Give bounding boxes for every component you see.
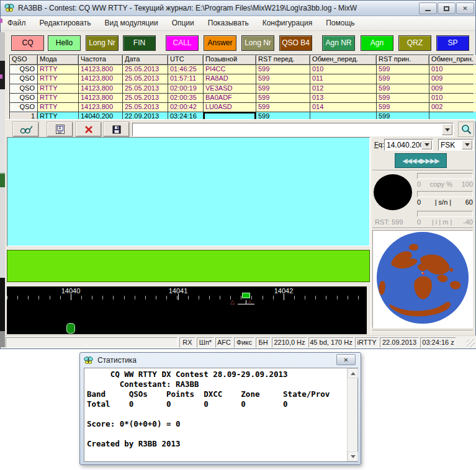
- macro-button-long-nr[interactable]: Long Nr: [86, 35, 119, 51]
- column-header[interactable]: Обмен_перед.: [310, 55, 376, 64]
- cell-freq[interactable]: 14123,800: [79, 103, 122, 112]
- cell-mode[interactable]: RTTY: [38, 94, 78, 102]
- row-header[interactable]: QSO: [10, 74, 37, 83]
- cell-date[interactable]: 25.05.2013: [123, 74, 168, 83]
- combo-dropdown-button[interactable]: [442, 124, 452, 135]
- macro-button-qrz[interactable]: QRZ: [398, 35, 431, 51]
- cell-call[interactable]: PI4CC: [204, 65, 256, 74]
- cell-freq[interactable]: 14123,800: [79, 84, 122, 93]
- cell-mode[interactable]: RTTY: [38, 74, 78, 83]
- titlebar[interactable]: RA3BB - Contest: CQ WW RTTY - Текущий жу…: [1, 1, 475, 16]
- cell-utc[interactable]: 01:46:25: [168, 65, 203, 74]
- column-header[interactable]: RST перед.: [256, 55, 310, 64]
- search-button[interactable]: [458, 122, 474, 137]
- cell-exch-rcvd[interactable]: 002: [429, 103, 476, 112]
- view-log-button[interactable]: [13, 122, 38, 136]
- macro-button-fin[interactable]: FIN: [123, 35, 156, 51]
- scroll-down-button[interactable]: [348, 451, 358, 461]
- status-baud-shift[interactable]: 45 bd, 170 Hz: [308, 337, 354, 348]
- cell-freq[interactable]: 14123,800: [79, 94, 122, 102]
- cell-date[interactable]: 25.05.2013: [123, 84, 168, 93]
- column-header[interactable]: UTC: [168, 55, 203, 64]
- cell-rst-sent[interactable]: 599: [256, 94, 310, 102]
- cell-rst-sent[interactable]: 599: [256, 84, 310, 93]
- cell-exch-sent[interactable]: 014: [310, 103, 376, 112]
- row-header[interactable]: QSO: [10, 84, 37, 93]
- cell-call[interactable]: RA8AD: [204, 74, 256, 83]
- frequency-combo[interactable]: 14.040.200: [384, 139, 433, 151]
- statistics-scrollbar[interactable]: [347, 368, 357, 461]
- menu-mode[interactable]: Вид модуляции: [97, 16, 164, 30]
- cell-mode[interactable]: RTTY: [38, 65, 78, 74]
- macro-button-long-nr-2[interactable]: Long Nr: [241, 35, 274, 51]
- statistics-titlebar[interactable]: Статистика: [84, 355, 137, 366]
- cell-utc[interactable]: 01:57:11: [168, 74, 203, 83]
- combo-dropdown-button[interactable]: [462, 140, 472, 149]
- macro-button-call[interactable]: CALL: [166, 35, 199, 51]
- macro-button-cq[interactable]: CQ: [11, 35, 44, 51]
- macro-button-sp[interactable]: SP: [436, 35, 469, 51]
- cell-date[interactable]: 25.05.2013: [123, 65, 168, 74]
- cell-rst-sent[interactable]: 599: [256, 65, 310, 74]
- combo-dropdown-button[interactable]: [421, 140, 432, 149]
- cell-rst-rcvd[interactable]: 599: [377, 94, 429, 102]
- cell-mode[interactable]: RTTY: [38, 84, 78, 93]
- cell-call[interactable]: BA0ADF: [204, 94, 256, 102]
- scroll-up-button[interactable]: [348, 368, 358, 378]
- statistics-window[interactable]: Статистика ✕ CQ WW RTTY DX Contest 28.09…: [79, 352, 361, 465]
- macro-button-qso-b4[interactable]: QSO B4: [279, 35, 312, 51]
- cell-rst-rcvd[interactable]: 599: [377, 65, 429, 74]
- maximize-button[interactable]: [438, 2, 456, 14]
- column-header[interactable]: QSO: [10, 55, 37, 64]
- macro-button-hello[interactable]: Hello: [48, 35, 81, 51]
- callsign-search-combo[interactable]: [132, 123, 454, 136]
- cell-freq[interactable]: 14123,800: [79, 74, 122, 83]
- tuning-scope[interactable]: [374, 174, 412, 210]
- column-header[interactable]: Обмен_прин.: [429, 55, 476, 64]
- cell-exch-sent[interactable]: 010: [310, 65, 376, 74]
- status-audio-frequency[interactable]: 2210,0 Hz: [272, 337, 307, 348]
- cell-exch-sent[interactable]: 011: [310, 74, 376, 83]
- status-squelch[interactable]: Шп*: [197, 337, 214, 348]
- cell-rst-rcvd[interactable]: 599: [377, 74, 429, 83]
- tuning-arrows-button[interactable]: ◀◀◀◀▶▶▶▶: [395, 153, 447, 168]
- cell-exch-rcvd[interactable]: 010: [429, 65, 476, 74]
- menu-configuration[interactable]: Конфигурация: [256, 16, 320, 30]
- cell-exch-rcvd[interactable]: 009: [429, 74, 476, 83]
- cell-utc[interactable]: 02:00:42: [168, 103, 203, 112]
- cell-date[interactable]: 25.05.2013: [123, 94, 168, 102]
- menu-help[interactable]: Помощь: [319, 16, 361, 30]
- cell-freq[interactable]: 14123,800: [79, 65, 122, 74]
- cell-rst-sent[interactable]: 599: [256, 103, 310, 112]
- resize-grip[interactable]: [467, 339, 475, 347]
- menu-edit[interactable]: Редактировать: [33, 16, 98, 30]
- cell-exch-sent[interactable]: 013: [310, 94, 376, 102]
- cell-call[interactable]: LU0ASD: [204, 103, 256, 112]
- cell-exch-sent[interactable]: 012: [310, 84, 376, 93]
- cell-utc[interactable]: 02:00:19: [168, 84, 203, 93]
- world-map-panel[interactable]: [372, 230, 473, 328]
- status-rx-tx-toggle[interactable]: RX: [179, 337, 195, 348]
- row-header[interactable]: QSO: [10, 94, 37, 102]
- statistics-close-button[interactable]: ✕: [336, 354, 356, 365]
- status-bn[interactable]: БН: [256, 337, 271, 348]
- cell-rst-sent[interactable]: 599: [256, 74, 310, 83]
- tx-text-window[interactable]: [7, 250, 370, 282]
- macro-button-agn-nr[interactable]: Agn NR: [322, 35, 355, 51]
- status-mode[interactable]: iRTTY: [355, 337, 379, 348]
- cell-exch-rcvd[interactable]: 009: [429, 84, 476, 93]
- column-header[interactable]: Позывной: [204, 55, 256, 64]
- cell-call[interactable]: VE3ASD: [204, 84, 256, 93]
- macro-button-agn-call[interactable]: Agn CALL: [361, 35, 393, 51]
- macro-button-answer[interactable]: Answer: [204, 35, 236, 51]
- menu-view[interactable]: Показывать: [201, 16, 256, 30]
- row-header[interactable]: QSO: [10, 65, 37, 74]
- cell-rst-rcvd[interactable]: 599: [377, 84, 429, 93]
- column-header[interactable]: Частота: [79, 55, 122, 64]
- cell-rst-rcvd[interactable]: 599: [377, 103, 429, 112]
- mode-combo[interactable]: FSK: [438, 139, 474, 151]
- cell-utc[interactable]: 02:00:35: [168, 94, 203, 102]
- menu-file[interactable]: Файл: [1, 16, 33, 30]
- close-button[interactable]: ✕: [456, 2, 474, 14]
- tx-frequency-flag-marker[interactable]: [242, 293, 250, 298]
